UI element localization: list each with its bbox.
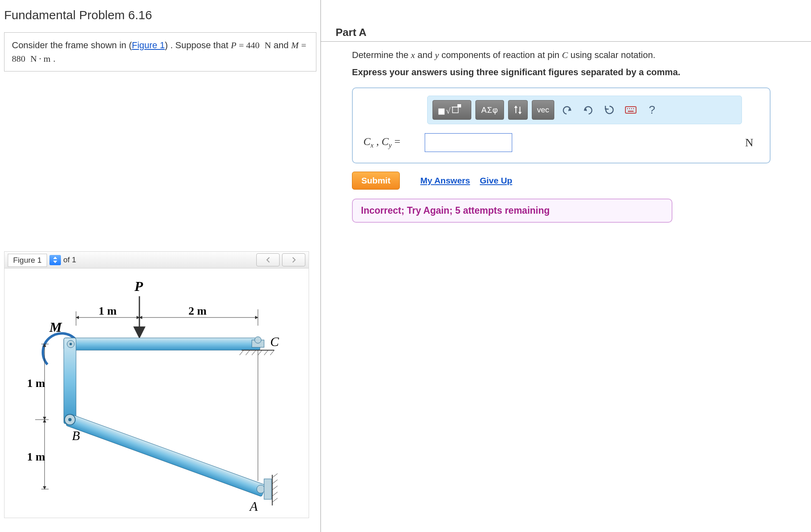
submit-button[interactable]: Submit bbox=[352, 172, 400, 190]
svg-point-54 bbox=[633, 108, 634, 109]
q-b: and bbox=[415, 50, 435, 60]
svg-point-19 bbox=[255, 337, 261, 343]
chevron-right-icon bbox=[291, 257, 296, 263]
val-P: = 440 bbox=[239, 40, 260, 50]
stmt-mid: ) . Suppose that bbox=[165, 40, 231, 50]
subscript-button[interactable] bbox=[508, 100, 528, 120]
svg-line-33 bbox=[272, 480, 278, 484]
svg-point-52 bbox=[629, 108, 630, 109]
unit-label: N bbox=[745, 136, 762, 149]
instruction-text: Express your answers using three signifi… bbox=[352, 67, 799, 78]
svg-rect-10 bbox=[64, 338, 260, 350]
svg-rect-11 bbox=[64, 338, 76, 424]
var-P: P bbox=[231, 40, 236, 50]
stmt-prefix: Consider the frame shown in ( bbox=[12, 40, 132, 50]
greek-button[interactable]: ΑΣφ bbox=[475, 100, 504, 120]
svg-text:B: B bbox=[72, 428, 80, 443]
figure-body: 1 m 2 m P M bbox=[4, 268, 309, 518]
variable-label: Cx , Cy = bbox=[363, 136, 425, 150]
q-c: components of reaction at pin bbox=[439, 50, 562, 60]
q-y: y bbox=[435, 50, 439, 60]
vec-button[interactable]: vec bbox=[532, 100, 554, 120]
svg-line-34 bbox=[272, 486, 278, 490]
svg-point-29 bbox=[257, 485, 265, 493]
figure-selector[interactable] bbox=[49, 255, 61, 265]
undo-button[interactable] bbox=[558, 100, 576, 120]
svg-point-16 bbox=[68, 418, 72, 421]
q-d: using scalar notation. bbox=[568, 50, 655, 60]
svg-line-32 bbox=[272, 474, 278, 478]
svg-line-36 bbox=[272, 498, 278, 502]
figure-tab[interactable]: Figure 1 bbox=[8, 254, 47, 267]
svg-rect-47 bbox=[453, 107, 458, 113]
reset-button[interactable] bbox=[601, 100, 618, 120]
svg-rect-30 bbox=[264, 479, 271, 499]
svg-line-22 bbox=[246, 350, 250, 355]
svg-text:1 m: 1 m bbox=[27, 450, 45, 463]
updown-icon bbox=[53, 256, 58, 264]
svg-rect-14 bbox=[66, 414, 266, 497]
svg-text:A: A bbox=[249, 499, 258, 514]
svg-text:P: P bbox=[134, 279, 143, 294]
answer-input[interactable] bbox=[425, 133, 512, 152]
svg-line-26 bbox=[270, 350, 274, 355]
unit-M: N · m bbox=[30, 54, 51, 64]
q-cvar: C bbox=[562, 50, 568, 60]
svg-rect-50 bbox=[625, 107, 636, 113]
and: and bbox=[271, 40, 291, 50]
my-answers-link[interactable]: My Answers bbox=[420, 176, 470, 185]
svg-line-24 bbox=[258, 350, 262, 355]
unit-P: N bbox=[264, 40, 271, 50]
svg-point-51 bbox=[627, 108, 628, 109]
svg-text:√: √ bbox=[446, 106, 450, 115]
svg-text:C: C bbox=[270, 334, 279, 349]
svg-point-13 bbox=[69, 343, 72, 345]
svg-text:1 m: 1 m bbox=[99, 304, 116, 317]
problem-title: Fundamental Problem 6.16 bbox=[4, 8, 314, 22]
figure-header: Figure 1 of 1 bbox=[4, 252, 309, 268]
figure-link[interactable]: Figure 1 bbox=[132, 40, 165, 50]
question-text: Determine the x and y components of reac… bbox=[352, 50, 799, 60]
q-x: x bbox=[411, 50, 415, 60]
templates-icon: √ bbox=[437, 103, 467, 117]
templates-button[interactable]: √ bbox=[432, 100, 471, 120]
help-button[interactable]: ? bbox=[643, 100, 661, 120]
svg-line-25 bbox=[264, 350, 268, 355]
figure-of: of 1 bbox=[63, 255, 76, 264]
answer-box: √ ΑΣφ vec bbox=[352, 87, 771, 163]
svg-line-35 bbox=[272, 492, 278, 496]
figure-prev-button[interactable] bbox=[256, 253, 280, 266]
var-M: M bbox=[291, 40, 298, 50]
period: . bbox=[51, 54, 56, 64]
figure-card: Figure 1 of 1 bbox=[4, 251, 309, 518]
frame-diagram: 1 m 2 m P M bbox=[4, 268, 307, 518]
svg-rect-55 bbox=[628, 111, 634, 112]
reset-icon bbox=[604, 105, 615, 115]
redo-icon bbox=[583, 105, 594, 115]
problem-statement: Consider the frame shown in (Figure 1) .… bbox=[4, 32, 316, 72]
equation-toolbar: √ ΑΣφ vec bbox=[427, 96, 742, 124]
redo-button[interactable] bbox=[580, 100, 597, 120]
svg-rect-45 bbox=[439, 109, 444, 114]
arrows-icon bbox=[513, 104, 523, 116]
give-up-link[interactable]: Give Up bbox=[480, 176, 512, 185]
keyboard-icon bbox=[625, 105, 637, 114]
feedback-message: Incorrect; Try Again; 5 attempts remaini… bbox=[352, 199, 672, 223]
undo-icon bbox=[562, 105, 572, 115]
part-heading: Part A bbox=[321, 0, 811, 42]
chevron-left-icon bbox=[266, 257, 271, 263]
svg-text:2 m: 2 m bbox=[188, 304, 206, 317]
q-a: Determine the bbox=[352, 50, 411, 60]
svg-point-53 bbox=[631, 108, 632, 109]
svg-line-21 bbox=[240, 350, 244, 355]
svg-text:1 m: 1 m bbox=[27, 377, 45, 389]
figure-next-button[interactable] bbox=[282, 253, 305, 266]
keyboard-button[interactable] bbox=[622, 100, 639, 120]
svg-line-23 bbox=[252, 350, 256, 355]
